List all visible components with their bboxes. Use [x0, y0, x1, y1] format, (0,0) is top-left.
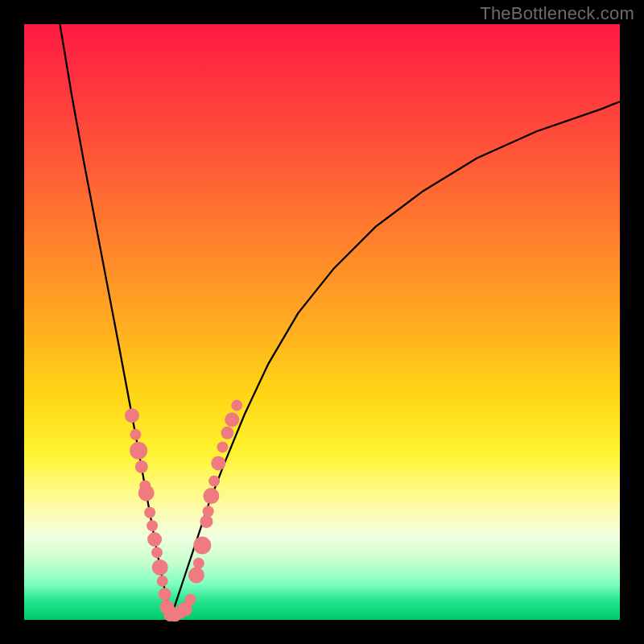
curve-right-branch — [170, 101, 620, 620]
data-marker — [217, 441, 228, 452]
watermark-label: TheBottleneck.com — [480, 3, 634, 24]
data-marker — [147, 532, 162, 547]
data-marker — [200, 515, 213, 528]
data-marker — [211, 456, 225, 470]
plot-area — [24, 24, 620, 620]
data-marker — [193, 537, 211, 555]
data-marker — [157, 576, 168, 587]
data-marker — [208, 476, 220, 487]
data-marker — [203, 506, 214, 517]
data-marker — [135, 460, 148, 473]
data-marker — [159, 588, 171, 601]
chart-frame: TheBottleneck.com — [0, 0, 644, 644]
data-marker — [152, 559, 168, 576]
data-marker — [203, 488, 219, 504]
data-marker — [231, 400, 242, 411]
data-markers — [125, 400, 242, 622]
data-marker — [144, 507, 155, 518]
data-marker — [138, 485, 155, 501]
data-marker — [130, 429, 141, 440]
data-marker — [193, 558, 204, 569]
data-marker — [125, 408, 139, 423]
data-marker — [184, 594, 196, 605]
data-marker — [147, 520, 158, 531]
data-marker — [188, 568, 204, 584]
curve-layer — [24, 24, 620, 620]
data-marker — [225, 412, 239, 427]
data-marker — [130, 442, 147, 460]
data-marker — [221, 427, 233, 440]
data-marker — [151, 547, 163, 558]
